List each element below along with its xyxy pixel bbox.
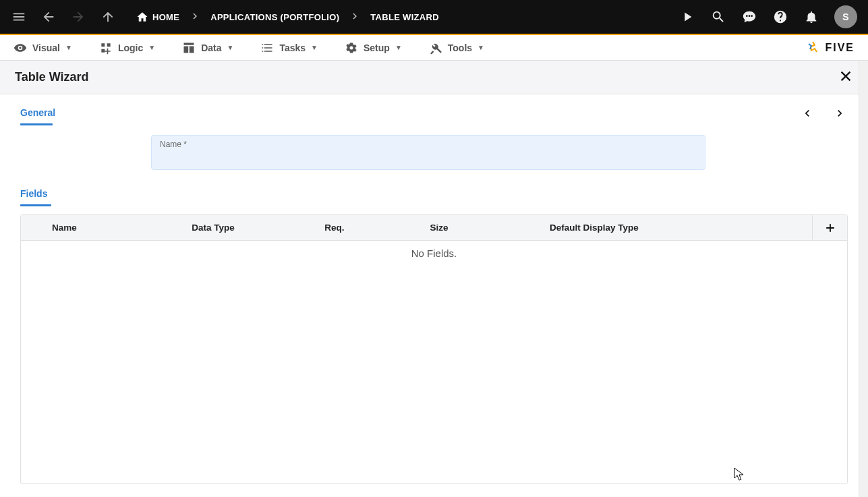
gear-icon [345, 41, 358, 55]
avatar-initial: S [842, 11, 848, 22]
name-field[interactable]: Name * [151, 135, 705, 170]
column-header-size: Size [385, 223, 493, 233]
up-icon[interactable] [100, 9, 116, 25]
chat-icon[interactable] [741, 9, 757, 25]
breadcrumb-current-label: TABLE WIZARD [370, 12, 439, 22]
tasks-icon [260, 41, 274, 55]
record-nav [799, 105, 848, 121]
name-field-wrap: Name * [151, 135, 705, 170]
breadcrumbs: HOME APPLICATIONS (PORTFOLIO) TABLE WIZA… [136, 10, 439, 24]
topbar-left: HOME APPLICATIONS (PORTFOLIO) TABLE WIZA… [11, 9, 439, 25]
search-icon[interactable] [710, 9, 726, 25]
chevron-down-icon: ▼ [311, 44, 318, 51]
logic-icon [99, 41, 113, 55]
fields-empty-message: No Fields. [21, 241, 847, 259]
bell-icon[interactable] [803, 9, 819, 25]
content: General Name * Fields Name Data Type Req… [0, 94, 868, 497]
menu-tasks[interactable]: Tasks ▼ [260, 41, 318, 55]
tools-icon [429, 41, 442, 55]
home-icon [136, 11, 148, 23]
menu-tools[interactable]: Tools ▼ [429, 41, 484, 55]
table-icon [182, 41, 196, 55]
section-fields-label: Fields [20, 188, 47, 203]
fields-table-header: Name Data Type Req. Size Default Display… [21, 215, 847, 241]
forward-icon [70, 9, 86, 25]
chevron-down-icon: ▼ [227, 44, 234, 51]
menu-setup[interactable]: Setup ▼ [345, 41, 402, 55]
menu-visual-label: Visual [32, 42, 60, 53]
brand-label: FIVE [825, 42, 855, 54]
breadcrumb-current[interactable]: TABLE WIZARD [370, 12, 439, 22]
topbar: HOME APPLICATIONS (PORTFOLIO) TABLE WIZA… [0, 0, 868, 34]
prev-record-button[interactable] [799, 105, 815, 121]
next-record-button[interactable] [832, 105, 848, 121]
panel-title: Table Wizard [15, 70, 89, 84]
fields-table: Name Data Type Req. Size Default Display… [20, 214, 848, 484]
section-general: General [20, 107, 848, 125]
play-icon[interactable] [679, 9, 695, 25]
menu-tasks-label: Tasks [279, 42, 306, 53]
chevron-right-icon [349, 10, 361, 24]
chevron-down-icon: ▼ [478, 44, 484, 51]
close-icon [838, 69, 853, 84]
menu-data[interactable]: Data ▼ [182, 41, 233, 55]
chevron-left-icon [801, 107, 814, 120]
eye-icon [13, 41, 27, 55]
menu-data-label: Data [201, 42, 221, 53]
avatar[interactable]: S [834, 5, 857, 28]
chevron-right-icon [189, 10, 201, 24]
section-fields: Fields Name Data Type Req. Size Default … [20, 187, 848, 484]
menu-tools-label: Tools [448, 42, 472, 53]
menu-logic-label: Logic [118, 42, 143, 53]
name-field-label: Name * [160, 140, 697, 149]
name-input[interactable] [160, 149, 697, 167]
breadcrumb-applications-label: APPLICATIONS (PORTFOLIO) [210, 12, 339, 22]
brand: FIVE [805, 40, 855, 56]
menubar: Visual ▼ Logic ▼ Data ▼ Tasks ▼ Setup ▼ … [0, 35, 868, 61]
chevron-right-icon [833, 107, 846, 120]
column-header-name: Name [21, 223, 142, 233]
add-field-button[interactable] [812, 215, 847, 240]
breadcrumb-applications[interactable]: APPLICATIONS (PORTFOLIO) [210, 12, 339, 22]
brand-icon [805, 40, 821, 56]
menu-setup-label: Setup [364, 42, 390, 53]
section-underline [20, 204, 51, 206]
panel-header: Table Wizard [0, 61, 868, 94]
close-button[interactable] [838, 69, 853, 86]
scrollbar-gutter [859, 61, 868, 497]
menu-visual[interactable]: Visual ▼ [13, 41, 72, 55]
topbar-right: S [679, 5, 857, 28]
menu-logic[interactable]: Logic ▼ [99, 41, 155, 55]
column-header-default-display-type: Default Display Type [493, 223, 695, 233]
back-icon[interactable] [40, 9, 57, 25]
breadcrumb-home-label: HOME [152, 12, 179, 22]
hamburger-icon[interactable] [11, 9, 27, 25]
column-header-data-type: Data Type [142, 223, 284, 233]
section-general-label: General [20, 107, 55, 122]
chevron-down-icon: ▼ [65, 44, 72, 51]
plus-icon [823, 221, 837, 235]
chevron-down-icon: ▼ [395, 44, 402, 51]
fields-table-body: No Fields. [21, 241, 847, 484]
column-header-req: Req. [284, 223, 385, 233]
help-icon[interactable] [772, 9, 788, 25]
breadcrumb-home[interactable]: HOME [136, 11, 179, 23]
chevron-down-icon: ▼ [148, 44, 155, 51]
section-underline [20, 123, 53, 125]
